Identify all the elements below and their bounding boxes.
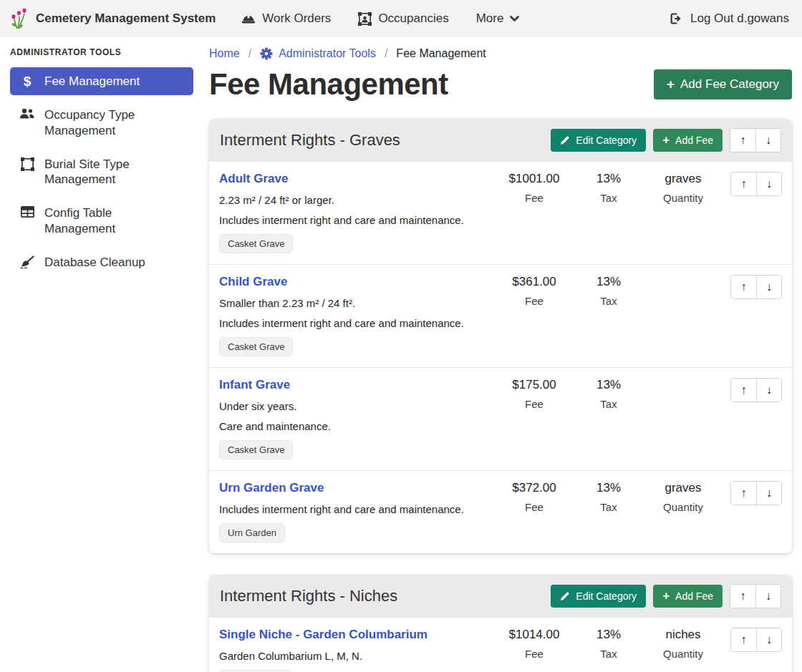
move-up-button[interactable]: ↑ xyxy=(731,172,756,195)
tax-column: 13% Tax xyxy=(571,378,646,410)
plus-icon: + xyxy=(667,79,675,89)
quantity-label: Quantity xyxy=(646,648,720,660)
fee-label: Fee xyxy=(497,501,571,513)
sidebar-item-config-table[interactable]: Config Table Management xyxy=(10,199,193,243)
fee-row: Infant Grave Under six years. Care and m… xyxy=(209,368,792,471)
move-down-button[interactable]: ↓ xyxy=(756,482,781,505)
quantity-unit: niches xyxy=(646,628,720,642)
dollar-icon: $ xyxy=(19,74,36,88)
tax-label: Tax xyxy=(571,295,646,307)
fee-name-link[interactable]: Child Grave xyxy=(219,275,287,289)
logout-button[interactable]: Log Out d.gowans xyxy=(669,11,789,26)
fee-row: Single Niche - Garden Columbarium Garden… xyxy=(209,618,792,672)
vector-square-icon xyxy=(19,157,36,171)
edit-category-button[interactable]: Edit Category xyxy=(551,585,646,608)
move-down-button[interactable]: ↓ xyxy=(756,172,781,195)
site-type-badge: Casket Grave xyxy=(219,234,293,253)
category-header: Interment Rights - Niches Edit Category … xyxy=(209,575,792,618)
tax-label: Tax xyxy=(571,398,646,410)
add-fee-button[interactable]: + Add Fee xyxy=(653,585,723,608)
move-up-button[interactable]: ↑ xyxy=(731,628,756,651)
fee-description: Care and maintenance. xyxy=(219,420,490,432)
move-up-button[interactable]: ↑ xyxy=(731,276,756,298)
quantity-label: Quantity xyxy=(646,192,720,204)
move-up-button[interactable]: ↑ xyxy=(731,482,756,505)
tax-value: 13% xyxy=(571,172,646,186)
add-fee-label: Add Fee xyxy=(675,135,713,146)
tax-label: Tax xyxy=(571,192,646,204)
nav-more[interactable]: More xyxy=(476,11,520,26)
fee-amount-column: $361.00 Fee xyxy=(497,275,571,307)
tax-column: 13% Tax xyxy=(571,481,646,513)
fee-amount: $372.00 xyxy=(497,481,571,495)
category-title: Interment Rights - Graves xyxy=(220,131,543,150)
fee-reorder-controls: ↑ ↓ xyxy=(730,275,782,299)
breadcrumb-admin-tools-label: Administrator Tools xyxy=(279,47,376,60)
tax-column: 13% Tax xyxy=(571,628,646,660)
plus-icon: + xyxy=(662,591,670,601)
app-title: Cemetery Management System xyxy=(36,11,216,26)
site-type-badge: Casket Grave xyxy=(219,440,293,459)
fee-name-link[interactable]: Adult Grave xyxy=(219,172,288,186)
sidebar-item-label: Database Cleanup xyxy=(44,255,145,270)
plus-icon: + xyxy=(662,135,670,145)
fee-row: Urn Garden Grave Includes interment righ… xyxy=(209,471,792,553)
logout-label: Log Out d.gowans xyxy=(690,11,789,26)
sidebar-item-fee-management[interactable]: $ Fee Management xyxy=(10,67,193,95)
tax-label: Tax xyxy=(571,648,646,660)
sidebar-item-label: Burial Site Type Management xyxy=(44,157,186,188)
edit-category-button[interactable]: Edit Category xyxy=(551,129,646,152)
move-down-button[interactable]: ↓ xyxy=(755,585,781,608)
add-fee-category-label: Add Fee Category xyxy=(680,77,779,92)
fee-name-link[interactable]: Urn Garden Grave xyxy=(219,481,324,495)
pencil-icon xyxy=(560,591,570,601)
move-down-button[interactable]: ↓ xyxy=(756,276,781,298)
site-type-badge: Casket Grave xyxy=(219,337,293,356)
tax-label: Tax xyxy=(571,501,646,513)
move-down-button[interactable]: ↓ xyxy=(756,379,781,401)
sidebar: ADMINISTRATOR TOOLS $ Fee Management Occ… xyxy=(0,37,202,282)
nav-occupancies[interactable]: Occupancies xyxy=(358,11,448,26)
fee-description: Smaller than 2.23 m² / 24 ft². xyxy=(219,297,490,309)
fee-amount: $361.00 xyxy=(497,275,571,289)
pencil-icon xyxy=(560,135,570,145)
breadcrumb-home-link[interactable]: Home xyxy=(209,47,240,60)
fee-reorder-controls: ↑ ↓ xyxy=(730,628,782,652)
move-up-button[interactable]: ↑ xyxy=(730,129,755,152)
chevron-down-icon xyxy=(510,16,519,22)
fee-amount: $1001.00 xyxy=(497,172,571,186)
tax-column: 13% Tax xyxy=(571,275,646,307)
fee-description: 2.23 m² / 24 ft² or larger. xyxy=(219,194,490,206)
fee-name-link[interactable]: Single Niche - Garden Columbarium xyxy=(219,628,427,642)
fee-row: Child Grave Smaller than 2.23 m² / 24 ft… xyxy=(209,265,792,368)
fee-description: Garden Columbarium L, M, N. xyxy=(219,650,490,662)
breadcrumb-admin-tools-link[interactable]: Administrator Tools xyxy=(260,47,376,60)
category-reorder-controls: ↑ ↓ xyxy=(730,584,781,608)
tax-value: 13% xyxy=(571,481,646,495)
fee-name-link[interactable]: Infant Grave xyxy=(219,378,290,392)
fee-amount: $1014.00 xyxy=(497,628,571,642)
breadcrumb: Home / Administrator Tool xyxy=(209,47,792,60)
add-fee-category-button[interactable]: + Add Fee Category xyxy=(654,69,792,99)
sidebar-item-label: Fee Management xyxy=(44,74,140,89)
move-down-button[interactable]: ↓ xyxy=(756,628,781,651)
quantity-label: Quantity xyxy=(646,501,720,513)
sidebar-item-burial-site-type[interactable]: Burial Site Type Management xyxy=(10,150,193,194)
table-icon xyxy=(19,206,36,218)
gear-icon xyxy=(260,47,273,60)
nav-more-label: More xyxy=(476,11,504,26)
fee-description: Includes interment right and care and ma… xyxy=(219,214,490,226)
fee-label: Fee xyxy=(497,295,571,307)
add-fee-button[interactable]: + Add Fee xyxy=(653,129,723,152)
hard-hat-icon xyxy=(241,12,256,25)
site-type-badge: Urn Garden xyxy=(219,523,285,542)
nav-work-orders[interactable]: Work Orders xyxy=(241,11,331,26)
sidebar-item-label: Config Table Management xyxy=(44,205,186,236)
sidebar-item-database-cleanup[interactable]: Database Cleanup xyxy=(10,248,193,276)
app-brand: Cemetery Management System xyxy=(10,8,216,29)
move-up-button[interactable]: ↑ xyxy=(731,379,756,401)
sidebar-item-occupancy-type[interactable]: Occupancy Type Management xyxy=(10,101,193,145)
move-down-button[interactable]: ↓ xyxy=(755,129,781,152)
nav-occupancies-label: Occupancies xyxy=(378,11,448,26)
move-up-button[interactable]: ↑ xyxy=(730,585,755,608)
